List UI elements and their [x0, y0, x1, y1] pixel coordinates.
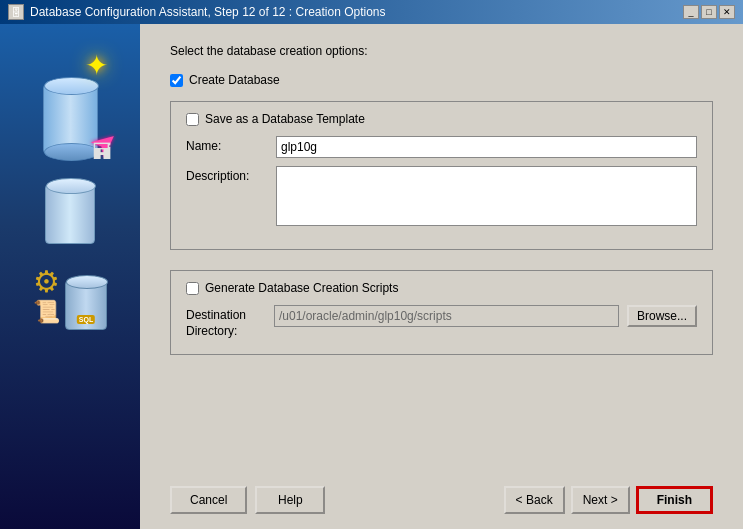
create-db-row: Create Database: [170, 73, 713, 87]
template-label: Save as a Database Template: [205, 112, 365, 126]
mid-cylinder: [45, 184, 95, 244]
template-checkbox[interactable]: [186, 113, 199, 126]
star-icon: ✦: [85, 49, 108, 82]
name-label: Name:: [186, 136, 266, 153]
cancel-button[interactable]: Cancel: [170, 486, 247, 514]
footer-right-buttons: < Back Next > Finish: [504, 486, 713, 514]
scripts-checkbox[interactable]: [186, 282, 199, 295]
sidebar-illustration: ✦ ➤ 🖬 ⚙ 📜 SQL: [10, 34, 130, 519]
small-cylinder: SQL: [65, 280, 107, 330]
dir-input: [274, 305, 619, 327]
footer-left-buttons: Cancel Help: [170, 486, 325, 514]
title-bar-controls[interactable]: _ □ ✕: [683, 5, 735, 19]
sql-badge: SQL: [77, 315, 95, 324]
window-title: Database Configuration Assistant, Step 1…: [30, 5, 386, 19]
create-db-checkbox[interactable]: [170, 74, 183, 87]
floppy-icon: 🖬: [91, 139, 113, 165]
name-input[interactable]: [276, 136, 697, 158]
browse-button[interactable]: Browse...: [627, 305, 697, 327]
footer: Cancel Help < Back Next > Finish: [170, 471, 713, 514]
minimize-button[interactable]: _: [683, 5, 699, 19]
scripts-label: Generate Database Creation Scripts: [205, 281, 398, 295]
finish-button[interactable]: Finish: [636, 486, 713, 514]
bottom-gear-group: ⚙ 📜: [33, 264, 60, 330]
mid-db-group: [45, 184, 95, 244]
description-field-row: Description:: [186, 166, 697, 226]
description-textarea[interactable]: [276, 166, 697, 226]
back-button[interactable]: < Back: [504, 486, 565, 514]
template-checkbox-row: Save as a Database Template: [186, 112, 697, 126]
instruction-text: Select the database creation options:: [170, 44, 713, 58]
title-bar-left: 🗄 Database Configuration Assistant, Step…: [8, 4, 386, 20]
create-db-label: Create Database: [189, 73, 280, 87]
title-bar: 🗄 Database Configuration Assistant, Step…: [0, 0, 743, 24]
scripts-section: Generate Database Creation Scripts Desti…: [170, 270, 713, 355]
name-field-row: Name:: [186, 136, 697, 158]
gear-icon: ⚙: [33, 264, 60, 299]
content-area: Select the database creation options: Cr…: [140, 24, 743, 529]
close-button[interactable]: ✕: [719, 5, 735, 19]
scroll-icon: 📜: [33, 299, 60, 325]
dir-label: DestinationDirectory:: [186, 305, 266, 339]
sidebar: ✦ ➤ 🖬 ⚙ 📜 SQL: [0, 24, 140, 529]
help-button[interactable]: Help: [255, 486, 325, 514]
top-db-group: ✦ ➤ 🖬: [43, 84, 98, 154]
maximize-button[interactable]: □: [701, 5, 717, 19]
options-section: Create Database Save as a Database Templ…: [170, 73, 713, 355]
directory-row: DestinationDirectory: Browse...: [186, 305, 697, 339]
bottom-db-group: ⚙ 📜 SQL: [33, 264, 107, 330]
scripts-checkbox-row: Generate Database Creation Scripts: [186, 281, 697, 295]
next-button[interactable]: Next >: [571, 486, 630, 514]
template-section: Save as a Database Template Name: Descri…: [170, 101, 713, 250]
description-label: Description:: [186, 166, 266, 183]
app-icon: 🗄: [8, 4, 24, 20]
main-container: ✦ ➤ 🖬 ⚙ 📜 SQL Select the datab: [0, 24, 743, 529]
